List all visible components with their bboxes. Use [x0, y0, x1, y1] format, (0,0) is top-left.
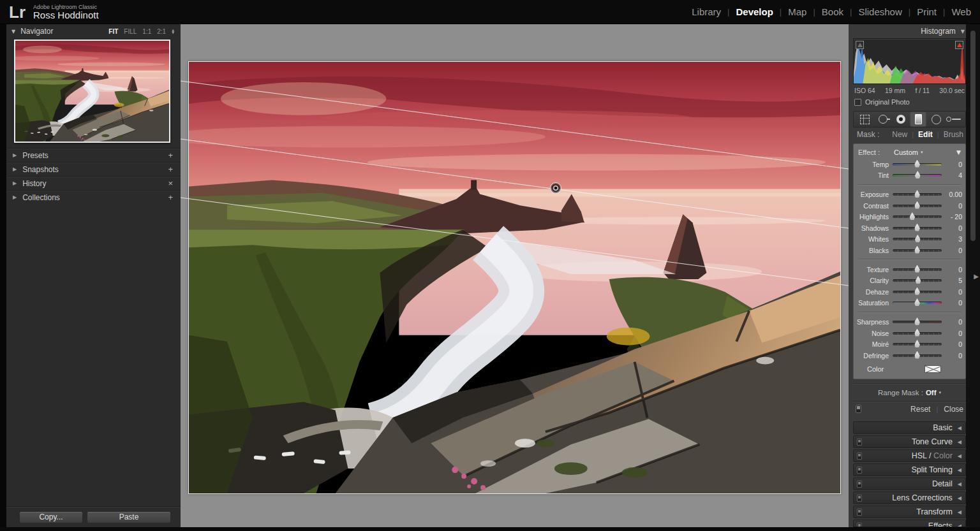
panel-toggle-switch-icon[interactable] — [857, 481, 862, 488]
expand-arrow-icon[interactable]: ◀ — [958, 481, 961, 487]
expand-arrow-icon[interactable]: ◀ — [958, 509, 961, 515]
module-book[interactable]: Book — [822, 6, 843, 17]
zoom-mode-fit[interactable]: FIT — [108, 28, 118, 35]
expand-arrow-icon[interactable]: ◀ — [958, 439, 961, 445]
mask-enable-switch-icon[interactable] — [856, 405, 861, 413]
red-eye-tool[interactable] — [893, 112, 909, 127]
panel-collapse-arrow-icon[interactable]: ▶ — [974, 273, 979, 280]
panel-lens-corrections[interactable]: Lens Corrections ◀ — [853, 491, 966, 504]
slider-thumb[interactable] — [914, 160, 920, 168]
expand-arrow-icon[interactable]: ◀ — [958, 495, 961, 501]
photo-canvas[interactable] — [188, 61, 841, 494]
mask-brush-button[interactable]: Brush — [944, 130, 963, 139]
original-photo-checkbox[interactable] — [854, 99, 861, 106]
slider-thumb[interactable] — [914, 351, 920, 359]
slider-track[interactable] — [893, 279, 942, 282]
expand-arrow-icon[interactable]: ◀ — [958, 425, 961, 431]
expand-triangle-icon[interactable]: ▶ — [13, 152, 17, 158]
slider-track[interactable] — [893, 354, 942, 357]
module-print[interactable]: Print — [917, 6, 937, 17]
slider-thumb[interactable] — [914, 224, 920, 231]
panel-split-toning[interactable]: Split Toning ◀ — [853, 463, 966, 476]
add-snapshot-button[interactable]: + — [168, 164, 173, 174]
graduated-filter-tool[interactable] — [910, 112, 926, 127]
paste-button[interactable]: Paste — [87, 511, 171, 523]
mask-edit-button[interactable]: Edit — [918, 130, 933, 139]
navigator-preview[interactable] — [14, 40, 170, 143]
shadow-clipping-indicator[interactable] — [856, 41, 864, 49]
color-swatch[interactable] — [924, 365, 941, 373]
panel-toggle-switch-icon[interactable] — [857, 509, 862, 516]
slider-track[interactable] — [893, 249, 942, 252]
range-mask-row[interactable]: Range Mask : Off ▾ — [853, 383, 966, 401]
slider-track[interactable] — [893, 343, 942, 346]
highlight-clipping-indicator[interactable] — [955, 41, 963, 49]
panel-tone-curve[interactable]: Tone Curve ◀ — [853, 435, 966, 448]
slider-thumb[interactable] — [914, 317, 920, 325]
slider-thumb[interactable] — [914, 246, 920, 254]
sidebar-item-collections[interactable]: ▶ Collections + — [6, 190, 181, 204]
spot-removal-tool[interactable] — [875, 112, 891, 127]
expand-arrow-icon[interactable]: ◀ — [958, 453, 961, 459]
zoom-mode-1-1[interactable]: 1:1 — [142, 28, 151, 35]
zoom-mode-fill[interactable]: FILL — [124, 28, 137, 35]
slider-thumb[interactable] — [914, 329, 920, 337]
expand-triangle-icon[interactable]: ▶ — [13, 180, 17, 186]
slider-thumb[interactable] — [914, 340, 920, 347]
collapse-triangle-icon[interactable]: ▼ — [961, 29, 965, 34]
effect-preset-dropdown[interactable]: Custom — [894, 149, 918, 156]
slider-track[interactable] — [893, 238, 942, 240]
expand-triangle-icon[interactable]: ▶ — [13, 194, 17, 200]
panel-toggle-switch-icon[interactable] — [857, 453, 862, 460]
zoom-level-stepper-icon[interactable]: ▲▼ — [172, 29, 174, 34]
histogram-header[interactable]: Histogram ▼ — [853, 24, 966, 38]
range-mask-value[interactable]: Off — [926, 389, 937, 396]
tool-reset-button[interactable]: Reset — [910, 405, 930, 414]
slider-thumb[interactable] — [914, 265, 920, 273]
clear-history-button[interactable]: × — [168, 178, 173, 188]
panel-transform[interactable]: Transform ◀ — [853, 506, 966, 518]
collapse-triangle-icon[interactable]: ▼ — [11, 29, 15, 34]
radial-filter-tool[interactable] — [928, 112, 944, 127]
panel-hsl-color[interactable]: HSL / Color ◀ — [853, 449, 966, 462]
expand-triangle-icon[interactable]: ▶ — [13, 166, 17, 172]
dropdown-caret-icon[interactable]: ▾ — [921, 150, 923, 155]
module-web[interactable]: Web — [951, 6, 971, 17]
original-photo-row[interactable]: Original Photo — [853, 94, 966, 110]
navigator-header[interactable]: ▼ Navigator FIT FILL 1:1 2:1 ▲▼ — [6, 24, 181, 38]
slider-track[interactable] — [893, 174, 942, 177]
slider-track[interactable] — [893, 215, 942, 218]
module-slideshow[interactable]: Slideshow — [858, 6, 902, 17]
slider-track[interactable] — [893, 205, 942, 207]
dropdown-caret-icon[interactable]: ▾ — [939, 390, 942, 395]
panel-toggle-switch-icon[interactable] — [857, 439, 862, 446]
left-edge-strip[interactable] — [0, 24, 6, 527]
panel-basic[interactable]: Basic ◀ — [853, 421, 966, 434]
panel-toggle-switch-icon[interactable] — [857, 495, 862, 502]
tool-close-button[interactable]: Close — [944, 405, 963, 414]
zoom-mode-2-1[interactable]: 2:1 — [157, 28, 166, 35]
sidebar-item-snapshots[interactable]: ▶ Snapshots + — [6, 162, 181, 176]
slider-track[interactable] — [893, 268, 942, 271]
slider-track[interactable] — [893, 302, 942, 304]
scrollbar-thumb[interactable] — [970, 31, 976, 241]
panel-detail[interactable]: Detail ◀ — [853, 477, 966, 490]
sidebar-item-history[interactable]: ▶ History × — [6, 176, 181, 190]
slider-thumb[interactable] — [914, 298, 920, 306]
slider-track[interactable] — [893, 193, 942, 196]
add-collection-button[interactable]: + — [168, 193, 173, 202]
slider-track[interactable] — [893, 332, 942, 335]
panel-toggle-switch-icon[interactable] — [857, 467, 862, 474]
mask-new-button[interactable]: New — [892, 130, 907, 139]
slider-thumb[interactable] — [909, 212, 915, 220]
adjustment-brush-tool[interactable] — [946, 112, 962, 127]
add-preset-button[interactable]: + — [168, 150, 173, 160]
sidebar-item-presets[interactable]: ▶ Presets + — [6, 148, 181, 162]
expand-arrow-icon[interactable]: ◀ — [958, 467, 961, 473]
slider-thumb[interactable] — [914, 287, 920, 295]
slider-track[interactable] — [893, 163, 942, 166]
right-edge-strip[interactable]: ▶ — [966, 24, 980, 527]
module-develop[interactable]: Develop — [736, 6, 773, 17]
slider-track[interactable] — [893, 291, 942, 293]
crop-overlay-tool[interactable] — [857, 112, 873, 127]
